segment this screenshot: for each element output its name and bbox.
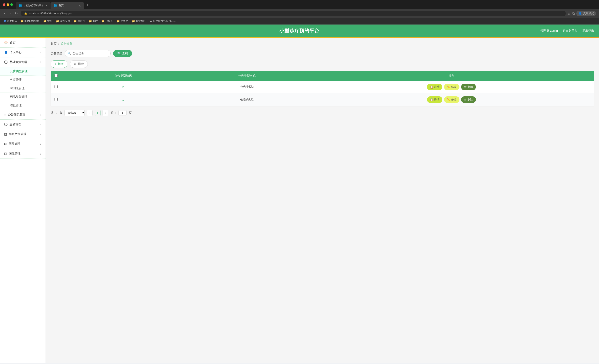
sidebar-sub-position[interactable]: 职位管理 — [0, 101, 45, 110]
back-to-frontend-button[interactable]: 退出到前台 — [563, 29, 577, 33]
reload-button[interactable]: ↻ — [14, 11, 19, 16]
row2-edit-button[interactable]: ✏️ 修改 — [444, 96, 459, 103]
sidebar-announcement-type-label: 公告类型管理 — [10, 70, 27, 73]
action-bar: + 新增 🗑 删除 — [51, 60, 594, 68]
bookmark-macbook[interactable]: 📁 macbook常用 — [19, 19, 41, 24]
bookmark-label: macbook常用 — [25, 19, 40, 23]
sidebar-item-patient[interactable]: 患者管理 ∨ — [0, 120, 45, 129]
data-table: 公告类型编码 公告类型名称 操作 2 公告类型2 — [51, 71, 594, 106]
row1-select-checkbox[interactable] — [54, 85, 58, 88]
batch-delete-button[interactable]: 🗑 删除 — [70, 60, 88, 68]
edit-icon: ✏️ — [447, 98, 450, 101]
breadcrumb-separator: / — [58, 42, 59, 45]
logout-button[interactable]: 退出登录 — [582, 29, 594, 33]
row2-checkbox[interactable] — [51, 93, 61, 106]
bookmark-baidu-translate[interactable]: B 百度翻译 — [2, 19, 18, 24]
new-tab-button[interactable]: + — [84, 1, 91, 9]
sidebar-item-announcement-info[interactable]: ≡ 公告信息管理 ∨ — [0, 110, 45, 120]
bookmark-star-button[interactable]: ☆ — [567, 11, 571, 16]
header-checkbox — [51, 71, 61, 81]
tab-1-title: 小型诊疗预约平台 — [24, 4, 44, 7]
pages-icon: ▤ — [4, 133, 7, 136]
total-prefix: 共 — [51, 111, 54, 115]
row2-select-checkbox[interactable] — [54, 98, 58, 101]
sidebar-item-doctor[interactable]: ☐ 医生管理 ∨ — [0, 149, 45, 159]
tab-2-close[interactable]: ✕ — [79, 4, 81, 7]
sidebar-base-data-label: 基础数据管理 — [9, 60, 27, 64]
prev-page-button[interactable]: ‹ — [87, 110, 93, 116]
bookmark-icon: B — [4, 20, 6, 23]
bookmark-study[interactable]: 📁 学习 — [42, 19, 54, 24]
bookmark-imported[interactable]: 📁 已导入 — [100, 19, 115, 24]
sidebar-single-page-label: 单页数据管理 — [9, 132, 26, 136]
back-button[interactable]: ‹ — [3, 11, 7, 16]
row2-detail-button[interactable]: 📋 详情 — [427, 96, 442, 103]
search-input-icon: 🔍 — [67, 52, 71, 55]
tab-1-close[interactable]: ✕ — [45, 4, 48, 7]
header-name: 公告类型名称 — [185, 71, 309, 81]
sidebar-sub-timeslot[interactable]: 时间段管理 — [0, 84, 45, 93]
table-row: 1 公告类型1 📋 详情 ✏️ 修改 — [51, 93, 594, 106]
bookmark-smart-community[interactable]: 📁 智慧社区 — [130, 19, 148, 24]
goto-page-input[interactable] — [118, 110, 127, 115]
browser-navbar: ‹ › ↻ 🔒 localhost:8081/#/dictionaryGongg… — [0, 9, 599, 18]
minimize-button[interactable] — [7, 3, 9, 6]
bookmark-online[interactable]: 📁 在线应用 — [54, 19, 71, 24]
add-button[interactable]: + 新增 — [51, 60, 67, 68]
square-icon: ☐ — [4, 152, 7, 155]
address-text: localhost:8081/#/dictionaryGonggao — [29, 12, 72, 15]
row1-edit-button[interactable]: ✏️ 修改 — [444, 84, 459, 90]
sidebar-sub-medicine-type[interactable]: 药品类型管理 — [0, 93, 45, 101]
sidebar-item-personal[interactable]: 👤 个人中心 ∨ — [0, 48, 45, 57]
tab-1-favicon: 🌐 — [19, 4, 22, 7]
row1-detail-button[interactable]: 📋 详情 — [427, 84, 442, 90]
maximize-button[interactable] — [10, 3, 13, 6]
close-button[interactable] — [3, 3, 5, 6]
page-size-select[interactable]: 10条/页 20条/页 50条/页 — [64, 110, 85, 116]
bookmark-bar[interactable]: 📁 书签栏 — [115, 19, 130, 24]
next-page-button[interactable]: › — [103, 110, 108, 116]
chevron-down-icon: ∨ — [40, 133, 41, 136]
forward-button[interactable]: › — [8, 11, 12, 16]
app-container: 小型诊疗预约平台 管理员 admin 退出到前台 退出登录 🏠 首页 👤 个人中… — [0, 25, 599, 363]
app-header: 小型诊疗预约平台 管理员 admin 退出到前台 退出登录 — [0, 25, 599, 37]
sidebar-department-label: 科室管理 — [10, 78, 22, 81]
bookmark-label: 已导入 — [106, 19, 113, 23]
sidebar-item-single-page[interactable]: ▤ 单页数据管理 ∨ — [0, 129, 45, 139]
sidebar-home-label: 首页 — [10, 41, 16, 44]
tab-1[interactable]: 🌐 小型诊疗预约平台 ✕ — [16, 2, 51, 9]
delete-label: 删除 — [78, 62, 84, 66]
sidebar-item-home[interactable]: 🏠 首页 — [0, 38, 45, 48]
sidebar-item-medicine[interactable]: ✉ 药品管理 ∨ — [0, 139, 45, 149]
row1-delete-button[interactable]: 🗑 删除 — [461, 84, 476, 90]
sidebar-sub-department[interactable]: 科室管理 — [0, 76, 45, 84]
row2-code: 1 — [61, 93, 185, 106]
mail-icon: ✉ — [4, 142, 7, 146]
delete-row-label: 删除 — [467, 98, 473, 101]
split-view-button[interactable]: ⧉ — [572, 12, 575, 15]
bookmark-it-center[interactable]: ≫ 信息技术中心 / 5G... — [148, 19, 177, 24]
chevron-down-icon: ∨ — [40, 51, 41, 54]
address-bar[interactable]: 🔒 localhost:8081/#/dictionaryGonggao — [21, 11, 566, 16]
row1-checkbox[interactable] — [51, 81, 61, 93]
browser-menu-icon[interactable]: ⋮ — [593, 2, 597, 7]
profile-icon: 👤 — [578, 12, 582, 15]
bookmark-temp[interactable]: 📁 临时 — [87, 19, 99, 24]
sidebar-sub-announcement-type[interactable]: 公告类型管理 — [0, 67, 45, 76]
circle-icon — [4, 61, 8, 64]
sidebar-item-base-data[interactable]: 基础数据管理 ∧ — [0, 57, 45, 67]
tab-2[interactable]: 🌐 首页 ✕ — [51, 2, 84, 9]
select-all-checkbox[interactable] — [54, 74, 58, 77]
breadcrumb-home[interactable]: 首页 — [51, 42, 57, 46]
row2-delete-button[interactable]: 🗑 删除 — [461, 96, 476, 103]
folder-icon: 📁 — [74, 20, 77, 23]
search-input[interactable] — [65, 50, 111, 57]
profile-button[interactable]: 👤 无痕模式 — [576, 11, 596, 16]
header-actions: 管理员 admin 退出到前台 退出登录 — [540, 29, 594, 33]
add-label: 新增 — [58, 62, 63, 66]
chevron-down-icon: ∨ — [40, 152, 41, 155]
main-content: 首页 / 公告类型 公告类型 🔍 🔍 查询 + — [46, 38, 599, 363]
bookmark-tech[interactable]: 📁 黑科技 — [72, 19, 87, 24]
search-button[interactable]: 🔍 查询 — [113, 50, 132, 57]
edit-label: 修改 — [451, 98, 457, 101]
